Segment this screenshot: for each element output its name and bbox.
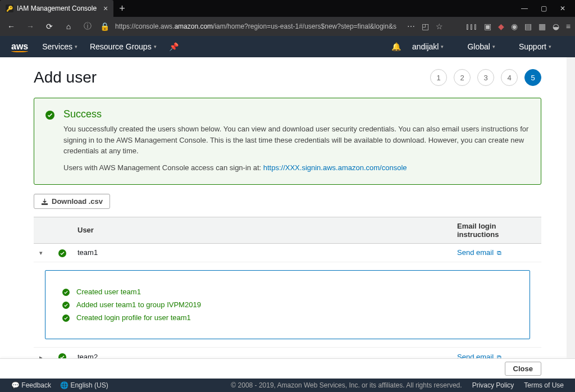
language-selector[interactable]: 🌐 English (US) bbox=[60, 381, 108, 389]
services-menu[interactable]: Services▾ bbox=[42, 42, 77, 51]
col-user-header: User bbox=[72, 217, 451, 243]
alert-body: You successfully created the users shown… bbox=[63, 124, 530, 157]
reader-icon[interactable]: ◰ bbox=[422, 22, 429, 31]
privacy-link[interactable]: Privacy Policy bbox=[472, 381, 514, 389]
expand-row-toggle[interactable]: ▾ bbox=[39, 249, 43, 257]
wizard-step-4[interactable]: 4 bbox=[501, 69, 518, 86]
wizard-steps: 1 2 3 4 5 bbox=[430, 69, 541, 86]
download-icon bbox=[41, 197, 48, 206]
chevron-down-icon: ▾ bbox=[492, 44, 495, 49]
detail-item: Added user team1 to group IVPM2019 bbox=[62, 300, 513, 309]
copyright-text: © 2008 - 2019, Amazon Web Services, Inc.… bbox=[231, 381, 462, 389]
library-icon[interactable]: ⫿⫿⫿ bbox=[466, 22, 477, 31]
check-circle-icon bbox=[58, 352, 66, 358]
check-circle-icon bbox=[58, 248, 66, 257]
check-circle-icon bbox=[45, 110, 54, 172]
region-menu[interactable]: Global▾ bbox=[467, 42, 495, 51]
alert-signin: Users with AWS Management Console access… bbox=[63, 163, 530, 172]
new-tab-button[interactable]: + bbox=[113, 3, 131, 15]
check-circle-icon bbox=[62, 313, 70, 322]
external-link-icon: ⧉ bbox=[497, 354, 501, 358]
table-row-detail: Created user team1 Added user team1 to g… bbox=[34, 262, 541, 347]
resource-groups-menu[interactable]: Resource Groups▾ bbox=[90, 42, 157, 51]
extension2-icon[interactable]: ◉ bbox=[511, 22, 518, 31]
window-minimize-icon[interactable]: — bbox=[521, 4, 528, 12]
detail-item: Created user team1 bbox=[62, 288, 513, 296]
extension1-icon[interactable]: ◆ bbox=[498, 22, 504, 31]
address-bar: ← → ⟳ ⌂ ⓘ 🔒 https://console.aws.amazon.c… bbox=[0, 17, 575, 36]
home-button[interactable]: ⌂ bbox=[62, 22, 75, 31]
menu-icon[interactable]: ≡ bbox=[566, 22, 571, 31]
table-row: ▸ team2 Send email ⧉ bbox=[34, 348, 541, 358]
forward-button[interactable]: → bbox=[24, 22, 37, 31]
feedback-link[interactable]: 💬 Feedback bbox=[11, 381, 51, 389]
lock-icon: 🔒 bbox=[100, 22, 109, 31]
profile-icon[interactable]: ◒ bbox=[553, 22, 559, 31]
send-email-link[interactable]: Send email ⧉ bbox=[457, 248, 501, 257]
check-circle-icon bbox=[62, 300, 70, 309]
chevron-down-icon: ▾ bbox=[154, 44, 157, 49]
close-button[interactable]: Close bbox=[505, 362, 541, 376]
aws-logo[interactable]: aws bbox=[11, 42, 28, 52]
support-menu[interactable]: Support▾ bbox=[519, 42, 551, 51]
url-host: amazon.com bbox=[174, 22, 213, 30]
users-table: User Email login instructions ▾ team1 Se… bbox=[34, 217, 541, 358]
scrollbar[interactable] bbox=[567, 57, 575, 358]
url-field[interactable]: https://console.aws.amazon.com/iam/home?… bbox=[115, 22, 397, 30]
aws-top-nav: aws Services▾ Resource Groups▾ 📌 🔔 andij… bbox=[0, 36, 575, 57]
alert-heading: Success bbox=[63, 108, 530, 120]
check-circle-icon bbox=[62, 288, 70, 296]
signin-url-link[interactable]: https://XXX.signin.aws.amazon.com/consol… bbox=[263, 163, 407, 172]
window-maximize-icon[interactable]: ▢ bbox=[540, 4, 547, 12]
tab-close-icon[interactable]: × bbox=[103, 4, 108, 13]
window-close-icon[interactable]: ✕ bbox=[559, 4, 566, 12]
site-info-icon[interactable]: ⓘ bbox=[81, 21, 94, 31]
col-email-header: Email login instructions bbox=[451, 217, 541, 243]
chevron-down-icon: ▾ bbox=[549, 44, 551, 49]
wizard-step-2[interactable]: 2 bbox=[454, 69, 471, 86]
browser-tab[interactable]: 🔑 IAM Management Console × bbox=[0, 0, 113, 17]
expand-row-toggle[interactable]: ▸ bbox=[39, 354, 43, 358]
bookmark-icon[interactable]: ☆ bbox=[436, 22, 443, 31]
chevron-down-icon: ▾ bbox=[441, 44, 444, 49]
extension4-icon[interactable]: ▦ bbox=[539, 22, 546, 31]
terms-link[interactable]: Terms of Use bbox=[524, 381, 564, 389]
extension3-icon[interactable]: ▤ bbox=[524, 22, 532, 31]
page-content: Add user 1 2 3 4 5 Success You successfu… bbox=[0, 57, 575, 358]
user-name: team2 bbox=[72, 348, 451, 358]
table-row: ▾ team1 Send email ⧉ bbox=[34, 243, 541, 262]
action-bar: Close bbox=[0, 358, 575, 379]
tab-title: IAM Management Console bbox=[17, 4, 97, 12]
tab-bar: 🔑 IAM Management Console × + — ▢ ✕ bbox=[0, 0, 575, 17]
back-button[interactable]: ← bbox=[4, 22, 18, 31]
download-csv-button[interactable]: Download .csv bbox=[34, 194, 110, 209]
sidebar-icon[interactable]: ▣ bbox=[484, 22, 491, 31]
user-name: team1 bbox=[72, 243, 451, 262]
url-path: /iam/home?region=us-east-1#/users$new?st… bbox=[213, 22, 396, 30]
page-title: Add user bbox=[34, 69, 97, 86]
detail-item: Created login profile for user team1 bbox=[62, 313, 513, 322]
notifications-icon[interactable]: 🔔 bbox=[391, 42, 401, 51]
row-detail-panel: Created user team1 Added user team1 to g… bbox=[45, 270, 530, 339]
wizard-step-3[interactable]: 3 bbox=[477, 69, 494, 86]
url-prefix: https://console.aws. bbox=[115, 22, 174, 30]
aws-footer: 💬 Feedback 🌐 English (US) © 2008 - 2019,… bbox=[0, 379, 575, 392]
external-link-icon: ⧉ bbox=[497, 249, 501, 256]
wizard-step-5[interactable]: 5 bbox=[524, 69, 541, 86]
account-menu[interactable]: andijakl▾ bbox=[412, 42, 444, 51]
chevron-down-icon: ▾ bbox=[75, 44, 77, 49]
favicon-icon: 🔑 bbox=[6, 4, 13, 12]
success-alert: Success You successfully created the use… bbox=[34, 98, 541, 185]
send-email-link[interactable]: Send email ⧉ bbox=[457, 353, 501, 358]
wizard-step-1[interactable]: 1 bbox=[430, 69, 447, 86]
browser-chrome: 🔑 IAM Management Console × + — ▢ ✕ ← → ⟳… bbox=[0, 0, 575, 36]
reload-button[interactable]: ⟳ bbox=[43, 22, 56, 31]
pin-icon[interactable]: 📌 bbox=[169, 42, 179, 51]
more-actions-icon[interactable]: ⋯ bbox=[407, 22, 415, 31]
